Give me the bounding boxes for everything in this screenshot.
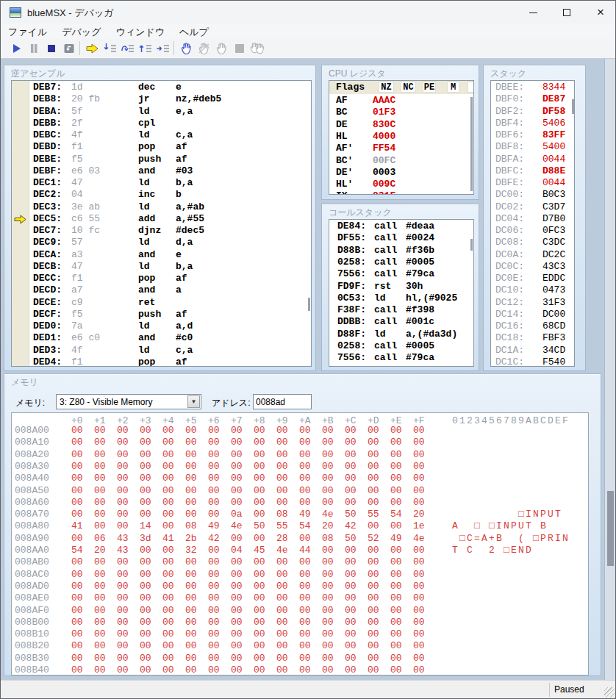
memory-byte[interactable]: 00 [162,486,174,496]
memory-byte[interactable]: 00 [71,509,83,520]
memory-byte[interactable]: 4e [413,534,425,544]
memory-byte[interactable]: 41 [162,534,174,544]
show-next-statement-button[interactable] [84,40,101,57]
memory-byte[interactable]: 00 [140,641,151,651]
disasm-row[interactable]: DEC1:47ldb,a [12,178,311,190]
memory-byte[interactable]: 00 [140,593,151,603]
call-stack-row[interactable]: D88B:call#f36b [329,245,473,257]
disasm-row[interactable]: DED1:e6 c0and#c0 [12,333,311,345]
memory-byte[interactable]: 00 [185,629,197,639]
memory-byte[interactable]: 00 [390,437,402,448]
memory-byte[interactable]: 00 [162,665,174,675]
memory-byte[interactable]: 00 [185,426,197,436]
memory-byte[interactable]: 00 [390,426,402,436]
memory-byte[interactable]: 00 [368,521,379,531]
memory-byte[interactable]: 00 [276,557,288,567]
memory-byte[interactable]: 00 [185,641,197,651]
memory-byte[interactable]: 00 [413,498,425,508]
memory-byte[interactable]: 00 [94,486,106,496]
memory-byte[interactable]: 00 [345,653,357,664]
memory-byte[interactable]: 42 [345,521,357,531]
memory-byte[interactable]: 00 [254,606,265,616]
memory-byte[interactable]: 00 [162,593,174,603]
memory-row[interactable]: 008AC000000000000000000000000000000000 [12,570,588,581]
memory-byte[interactable]: 00 [162,617,174,628]
memory-byte[interactable]: 00 [94,473,106,484]
memory-byte[interactable]: 00 [368,426,379,436]
memory-byte[interactable]: 00 [117,617,129,628]
memory-byte[interactable]: 00 [71,570,83,580]
disasm-row[interactable]: DEBD:f1popaf [12,142,311,154]
memory-byte[interactable]: 00 [254,473,265,484]
memory-byte[interactable]: 00 [390,557,402,567]
memory-byte[interactable]: 54 [71,545,83,556]
memory-byte[interactable]: 50 [345,534,357,544]
memory-byte[interactable]: 00 [231,534,243,544]
title-bar[interactable]: blueMSX - デバッガ × [1,1,615,24]
disasm-row[interactable]: DED0:7alda,d [12,321,311,333]
register-row[interactable]: AF'FF54 [329,143,473,155]
memory-byte[interactable]: 00 [276,437,288,448]
memory-byte[interactable]: 00 [276,462,288,472]
memory-byte[interactable]: 00 [299,498,311,508]
memory-byte[interactable]: 00 [345,581,357,592]
memory-row[interactable]: 008B1000000000000000000000000000000000 [12,629,588,641]
register-row[interactable]: AFAAAC [329,96,473,107]
memory-byte[interactable]: 00 [140,581,151,592]
memory-byte[interactable]: 00 [368,473,379,484]
memory-byte[interactable]: 00 [94,570,106,580]
cpu-register-scrollbar-thumb[interactable] [470,97,473,191]
disasm-row[interactable]: DECB:47ldb,a [12,262,311,273]
memory-byte[interactable]: 00 [368,617,379,628]
memory-byte[interactable]: 00 [390,593,402,603]
memory-byte[interactable]: 00 [299,426,311,436]
call-stack-row[interactable]: DDBB:call#001c [329,317,473,329]
memory-byte[interactable]: 00 [413,486,425,496]
memory-byte[interactable]: 00 [299,653,311,664]
memory-byte[interactable]: 00 [368,629,379,639]
disasm-row[interactable]: DEC9:57ldd,a [12,237,311,249]
memory-byte[interactable]: 00 [299,606,311,616]
memory-byte[interactable]: 00 [254,581,265,592]
memory-byte[interactable]: 00 [276,617,288,628]
memory-byte[interactable]: 00 [299,437,311,448]
disasm-row[interactable]: DEC3:3e ablda,#ab [12,202,311,214]
stack-row[interactable]: DC12:31F3 [491,298,574,309]
memory-byte[interactable]: 00 [254,653,265,664]
memory-byte[interactable]: 00 [162,473,174,484]
memory-byte[interactable]: 00 [162,521,174,531]
memory-byte[interactable]: 00 [345,570,357,580]
call-stack-row[interactable]: 0258:call#0005 [329,257,473,269]
memory-byte[interactable]: 00 [208,617,220,628]
memory-byte[interactable]: 00 [162,426,174,436]
memory-byte[interactable]: 00 [208,653,220,664]
memory-byte[interactable]: 00 [231,462,243,472]
memory-byte[interactable]: 00 [390,617,402,628]
memory-byte[interactable]: 4e [231,521,243,531]
memory-byte[interactable]: 00 [368,570,379,580]
memory-byte[interactable]: 00 [140,557,151,567]
memory-byte[interactable]: 4e [276,545,288,556]
memory-byte[interactable]: 00 [276,653,288,664]
memory-byte[interactable]: 00 [71,450,83,460]
memory-byte[interactable]: 00 [413,473,425,484]
call-stack-row[interactable]: DE84:call#deaa [329,221,473,233]
stack-row[interactable]: DC10:0473 [491,285,574,297]
memory-byte[interactable]: 55 [368,509,379,520]
memory-byte[interactable]: 00 [390,581,402,592]
step-over-button[interactable] [119,40,137,57]
memory-row[interactable]: 008B2000000000000000000000000000000000 [12,641,588,653]
memory-byte[interactable]: 00 [368,593,379,603]
memory-byte[interactable]: 00 [185,486,197,496]
memory-byte[interactable]: 00 [71,473,83,484]
memory-row[interactable]: 008AB000000000000000000000000000000000 [12,557,588,569]
memory-byte[interactable]: 00 [254,629,265,639]
memory-byte[interactable]: 00 [231,641,243,651]
memory-byte[interactable]: 00 [254,486,265,496]
memory-byte[interactable]: 1e [413,521,425,531]
memory-byte[interactable]: 00 [390,521,402,531]
memory-byte[interactable]: 00 [254,641,265,651]
memory-byte[interactable]: 49 [390,534,402,544]
memory-byte[interactable]: 00 [299,581,311,592]
disasm-row[interactable]: DECA:a3ande [12,250,311,262]
